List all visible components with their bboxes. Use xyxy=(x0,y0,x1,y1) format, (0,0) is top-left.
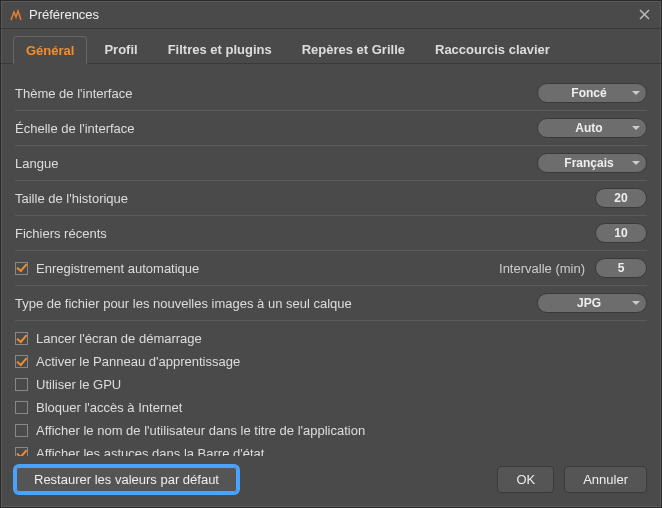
theme-dropdown[interactable]: Foncé xyxy=(537,83,647,103)
option-learning-panel[interactable]: Activer le Panneau d'apprentissage xyxy=(15,350,647,373)
option-gpu-checkbox[interactable] xyxy=(15,378,28,391)
cancel-button[interactable]: Annuler xyxy=(564,466,647,493)
window-title: Préférences xyxy=(29,7,635,22)
scale-dropdown[interactable]: Auto xyxy=(537,118,647,138)
preferences-window: Préférences Général Profil Filtres et pl… xyxy=(0,0,662,508)
option-learning-panel-label: Activer le Panneau d'apprentissage xyxy=(36,354,240,369)
history-label: Taille de l'historique xyxy=(15,191,595,206)
option-username-title[interactable]: Afficher le nom de l'utilisateur dans le… xyxy=(15,419,647,442)
row-recent: Fichiers récents 10 xyxy=(15,216,647,251)
history-value: 20 xyxy=(614,191,627,205)
history-field[interactable]: 20 xyxy=(595,188,647,208)
chevron-down-icon xyxy=(632,91,640,95)
recent-field[interactable]: 10 xyxy=(595,223,647,243)
row-language: Langue Français xyxy=(15,146,647,181)
language-dropdown[interactable]: Français xyxy=(537,153,647,173)
scale-label: Échelle de l'interface xyxy=(15,121,537,136)
tab-profile[interactable]: Profil xyxy=(91,35,150,63)
tab-content-general: Thème de l'interface Foncé Échelle de l'… xyxy=(1,64,661,456)
option-tips-statusbar-checkbox[interactable] xyxy=(15,447,28,456)
titlebar: Préférences xyxy=(1,1,661,29)
autosave-interval-field[interactable]: 5 xyxy=(595,258,647,278)
option-block-internet-checkbox[interactable] xyxy=(15,401,28,414)
option-gpu-label: Utiliser le GPU xyxy=(36,377,121,392)
option-tips-statusbar-label: Afficher les astuces dans la Barre d'éta… xyxy=(36,446,264,456)
option-username-title-checkbox[interactable] xyxy=(15,424,28,437)
option-username-title-label: Afficher le nom de l'utilisateur dans le… xyxy=(36,423,365,438)
autosave-interval-value: 5 xyxy=(618,261,625,275)
option-gpu[interactable]: Utiliser le GPU xyxy=(15,373,647,396)
option-block-internet-label: Bloquer l'accès à Internet xyxy=(36,400,182,415)
chevron-down-icon xyxy=(632,126,640,130)
theme-label: Thème de l'interface xyxy=(15,86,537,101)
option-splash-checkbox[interactable] xyxy=(15,332,28,345)
tab-shortcuts[interactable]: Raccourcis clavier xyxy=(422,35,563,63)
language-label: Langue xyxy=(15,156,537,171)
app-logo-icon xyxy=(9,8,23,22)
tab-guides-grid[interactable]: Repères et Grille xyxy=(289,35,418,63)
chevron-down-icon xyxy=(632,161,640,165)
restore-defaults-button[interactable]: Restaurer les valeurs par défaut xyxy=(15,466,238,493)
option-block-internet[interactable]: Bloquer l'accès à Internet xyxy=(15,396,647,419)
row-history: Taille de l'historique 20 xyxy=(15,181,647,216)
autosave-interval-label: Intervalle (min) xyxy=(499,261,585,276)
autosave-label: Enregistrement automatique xyxy=(36,261,499,276)
filetype-value: JPG xyxy=(577,296,601,310)
filetype-label: Type de fichier pour les nouvelles image… xyxy=(15,296,537,311)
filetype-dropdown[interactable]: JPG xyxy=(537,293,647,313)
row-autosave: Enregistrement automatique Intervalle (m… xyxy=(15,251,647,286)
language-value: Français xyxy=(564,156,613,170)
row-theme: Thème de l'interface Foncé xyxy=(15,76,647,111)
row-scale: Échelle de l'interface Auto xyxy=(15,111,647,146)
option-splash[interactable]: Lancer l'écran de démarrage xyxy=(15,327,647,350)
recent-value: 10 xyxy=(614,226,627,240)
row-filetype: Type de fichier pour les nouvelles image… xyxy=(15,286,647,321)
recent-label: Fichiers récents xyxy=(15,226,595,241)
scale-value: Auto xyxy=(575,121,602,135)
theme-value: Foncé xyxy=(571,86,606,100)
option-splash-label: Lancer l'écran de démarrage xyxy=(36,331,202,346)
tab-general[interactable]: Général xyxy=(13,36,87,64)
close-icon[interactable] xyxy=(635,6,653,24)
option-tips-statusbar[interactable]: Afficher les astuces dans la Barre d'éta… xyxy=(15,442,647,456)
autosave-checkbox[interactable] xyxy=(15,262,28,275)
option-learning-panel-checkbox[interactable] xyxy=(15,355,28,368)
tabs-bar: Général Profil Filtres et plugins Repère… xyxy=(1,29,661,64)
tab-filters-plugins[interactable]: Filtres et plugins xyxy=(155,35,285,63)
dialog-footer: Restaurer les valeurs par défaut OK Annu… xyxy=(1,456,661,507)
chevron-down-icon xyxy=(632,301,640,305)
ok-button[interactable]: OK xyxy=(497,466,554,493)
